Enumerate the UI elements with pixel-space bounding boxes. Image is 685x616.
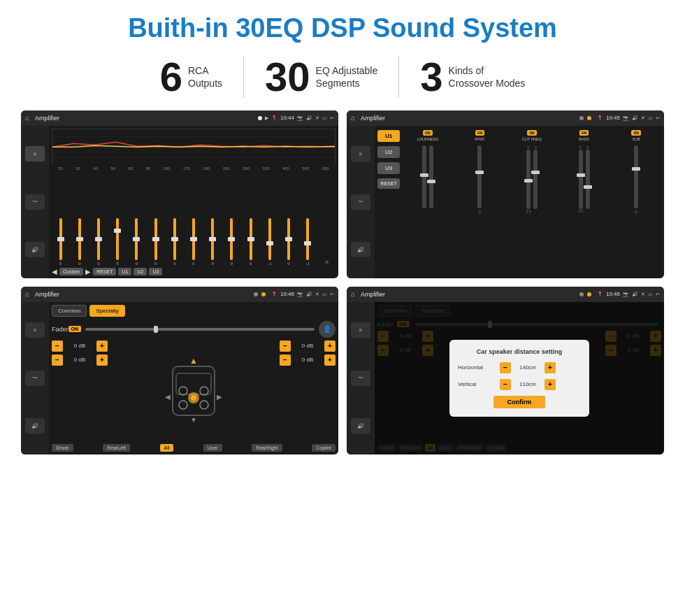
cx-cutfreq-slider-f[interactable]: [526, 150, 531, 209]
eq-prev-button[interactable]: ◀: [52, 268, 57, 275]
fader-db-control-3: − 0 dB +: [280, 341, 336, 352]
dist-title: Amplifier: [361, 291, 577, 298]
dist-sidebar-icon-1[interactable]: ≡: [351, 322, 370, 338]
cx-preset-u3[interactable]: U3: [377, 162, 400, 174]
fader-slider-thumb[interactable]: [154, 326, 158, 333]
eq-u2-button[interactable]: U2: [134, 268, 147, 275]
fader-tab-common[interactable]: Common: [52, 305, 87, 317]
cx-sub-on: ON: [631, 130, 641, 136]
cx-phat-slider[interactable]: [477, 145, 482, 208]
eq-slider-2: 0: [71, 218, 88, 266]
fader-sidebar-icon-2[interactable]: 〜: [25, 371, 45, 386]
modal-vertical-minus[interactable]: −: [500, 379, 511, 390]
fader-topbar: ⌂ Amplifier 📍 10:46 📷 🔊 ✕ ▭ ↩: [21, 287, 338, 302]
svg-text:▲: ▲: [189, 356, 198, 366]
fader-user-icon[interactable]: 👤: [319, 321, 336, 338]
cx-sub-slider[interactable]: [634, 145, 638, 208]
fader-minus-2[interactable]: −: [52, 354, 63, 366]
fader-minus-1[interactable]: −: [52, 341, 63, 352]
fader-rearright-btn[interactable]: RearRight: [252, 444, 282, 452]
stat-text-eq: EQ Adjustable Segments: [316, 64, 378, 89]
eq-u1-button[interactable]: U1: [118, 268, 131, 275]
fader-location-icon: 📍: [271, 292, 277, 297]
fader-x-icon: ✕: [315, 292, 319, 297]
fader-user-btn[interactable]: User: [203, 444, 222, 452]
fader-label: Fader: [52, 326, 68, 333]
eq-title: Amplifier: [35, 115, 255, 122]
dist-sidebar-icon-3[interactable]: 🔊: [351, 418, 370, 434]
fader-plus-2[interactable]: +: [96, 354, 108, 366]
svg-point-8: [179, 401, 187, 409]
cx-phat-col: ON PHAT G: [455, 130, 505, 274]
cx-home-icon: ⌂: [351, 114, 355, 122]
modal-vertical-label: Vertical: [458, 381, 500, 387]
cx-bass-slider-g[interactable]: [586, 150, 590, 209]
eq-screen-body: ≡ 〜 🔊: [21, 126, 338, 278]
fader-rearleft-btn[interactable]: RearLeft: [103, 444, 130, 452]
eq-freq-labels: 2532405063 80100125160200 25032040050063…: [52, 166, 336, 171]
fader-vol-icon: 🔊: [306, 292, 312, 297]
modal-confirm-button[interactable]: Confirm: [493, 396, 546, 408]
eq-slider-11: 0: [242, 218, 259, 266]
eq-play-icon: ▶: [265, 115, 268, 121]
eq-bottom-controls: ◀ Custom ▶ RESET U1 U2 U3: [52, 268, 336, 275]
cx-sidebar-icon-2[interactable]: 〜: [351, 194, 370, 210]
distance-modal-overlay: Car speaker distance setting Horizontal …: [375, 302, 664, 454]
cx-loudness-slider-l[interactable]: [422, 145, 426, 208]
cx-sidebar: ≡ 〜 🔊: [347, 126, 375, 278]
eq-custom-button[interactable]: Custom: [59, 268, 83, 275]
dist-sidebar-icon-2[interactable]: 〜: [351, 371, 370, 386]
eq-location-icon: 📍: [271, 115, 277, 121]
fader-copilot-btn[interactable]: Copilot: [312, 444, 336, 452]
dist-cam-icon: 📷: [623, 292, 629, 297]
fader-screen-card: ⌂ Amplifier 📍 10:46 📷 🔊 ✕ ▭ ↩ ≡ 〜 🔊: [21, 287, 338, 454]
fader-driver-btn[interactable]: Driver: [52, 444, 73, 452]
eq-rect-icon: ▭: [322, 115, 327, 121]
cx-back-icon: ↩: [656, 115, 660, 121]
fader-sidebar-icon-3[interactable]: 🔊: [25, 418, 45, 434]
eq-sidebar-icon-wave[interactable]: 〜: [25, 194, 45, 210]
fader-home-icon: ⌂: [25, 290, 29, 298]
cx-phat-label: PHAT: [475, 137, 484, 141]
eq-sidebar-icon-eq[interactable]: ≡: [25, 146, 45, 162]
eq-sidebar-icon-vol[interactable]: 🔊: [25, 242, 45, 257]
svg-text:▶: ▶: [217, 393, 222, 401]
fader-plus-3[interactable]: +: [324, 341, 336, 352]
stat-text-rca: RCA Outputs: [188, 64, 222, 89]
cx-vol-icon: 🔊: [632, 115, 638, 121]
fader-plus-4[interactable]: +: [324, 354, 336, 366]
cx-cutfreq-slider-g[interactable]: [533, 150, 538, 209]
modal-horizontal-minus[interactable]: −: [500, 362, 511, 373]
eq-reset-button[interactable]: RESET: [93, 268, 116, 275]
cx-sidebar-icon-3[interactable]: 🔊: [351, 242, 370, 257]
cx-sub-label: SUB: [633, 137, 640, 141]
cx-location-icon: 📍: [597, 115, 603, 121]
cx-main-area: U1 U2 U3 RESET ON LOUDNESS: [375, 126, 664, 278]
stat-rca: 6 RCA Outputs: [139, 57, 243, 97]
dist-main-area: Common Specialty Fader ON −: [375, 302, 664, 454]
cx-preset-u2[interactable]: U2: [377, 146, 400, 158]
stat-crossover: 3 Kinds of Crossover Modes: [399, 57, 546, 97]
cx-bass-slider-f[interactable]: [579, 150, 583, 209]
modal-horizontal-plus[interactable]: +: [545, 362, 556, 373]
fader-sidebar-icon-1[interactable]: ≡: [25, 322, 45, 338]
fader-minus-3[interactable]: −: [280, 341, 291, 352]
modal-horizontal-label: Horizontal: [458, 364, 500, 371]
cx-preset-u1[interactable]: U1: [377, 130, 400, 142]
fader-bottom-btns: Driver RearLeft All User RearRight Copil…: [52, 444, 336, 452]
stat-eq: 30 EQ Adjustable Segments: [244, 57, 398, 97]
modal-vertical-plus[interactable]: +: [545, 379, 556, 390]
fader-tab-specialty[interactable]: Specialty: [89, 305, 124, 317]
eq-next-button[interactable]: ▶: [85, 268, 91, 275]
cx-reset-btn[interactable]: RESET: [377, 178, 400, 189]
svg-point-9: [200, 401, 208, 409]
cx-time: 10:45: [606, 115, 620, 121]
dist-screen-body: ≡ 〜 🔊 Common Specialty Fader ON: [347, 302, 664, 454]
fader-minus-4[interactable]: −: [280, 354, 291, 366]
fader-all-btn[interactable]: All: [160, 444, 174, 452]
cx-loudness-slider-r[interactable]: [429, 145, 433, 208]
cx-rect-icon: ▭: [648, 115, 653, 121]
cx-sidebar-icon-1[interactable]: ≡: [351, 146, 370, 162]
eq-u3-button[interactable]: U3: [149, 268, 162, 275]
fader-plus-1[interactable]: +: [96, 341, 108, 352]
